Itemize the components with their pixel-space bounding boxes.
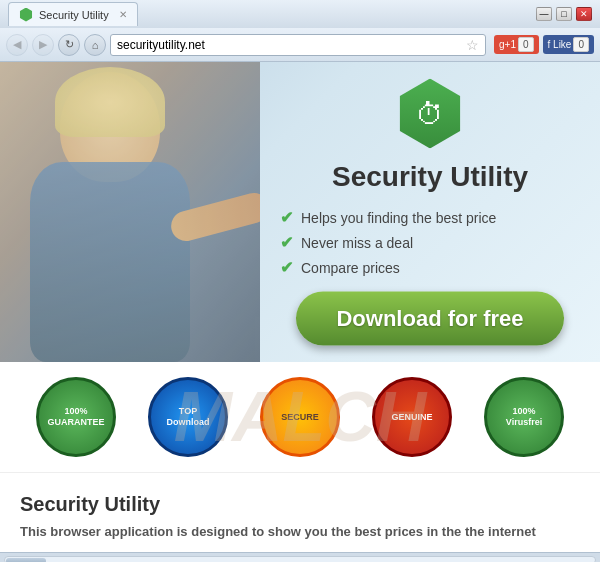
info-title: Security Utility	[20, 493, 580, 516]
url-input[interactable]	[117, 38, 462, 52]
tab-favicon	[19, 8, 33, 22]
maximize-button[interactable]: □	[556, 7, 572, 21]
info-section: Security Utility This browser applicatio…	[0, 473, 600, 552]
window-controls: — □ ✕	[536, 7, 592, 21]
badge-secure: SECURE	[260, 377, 340, 457]
info-description: This browser application is designed to …	[20, 524, 580, 539]
download-button[interactable]: Download for free	[296, 292, 563, 346]
check-icon-1: ✔	[280, 208, 293, 227]
hero-features-list: ✔ Helps you finding the best price ✔ Nev…	[280, 205, 580, 280]
gplus-button[interactable]: g+1 0	[494, 35, 539, 54]
badges-bar: 100%GUARANTEE TOPDownload SECURE GENUINE…	[0, 362, 600, 473]
refresh-button[interactable]: ↻	[58, 34, 80, 56]
feature-item-1: ✔ Helps you finding the best price	[280, 205, 580, 230]
browser-tab[interactable]: Security Utility ✕	[8, 2, 138, 26]
feature-item-2: ✔ Never miss a deal	[280, 230, 580, 255]
horizontal-scrollbar[interactable]	[0, 552, 600, 562]
home-button[interactable]: ⌂	[84, 34, 106, 56]
logo-hexagon: ⏱	[395, 79, 465, 149]
social-buttons: g+1 0 f Like 0	[494, 35, 594, 54]
tab-title: Security Utility	[39, 9, 109, 21]
feature-item-3: ✔ Compare prices	[280, 255, 580, 280]
tab-close-button[interactable]: ✕	[119, 9, 127, 20]
facebook-button[interactable]: f Like 0	[543, 35, 594, 54]
hero-logo: ⏱	[395, 79, 465, 149]
nav-bar: ◀ ▶ ↻ ⌂ ☆ g+1 0 f Like 0	[0, 28, 600, 62]
logo-icon: ⏱	[416, 97, 444, 130]
check-icon-2: ✔	[280, 233, 293, 252]
badge-top-download: TOPDownload	[148, 377, 228, 457]
check-icon-3: ✔	[280, 258, 293, 277]
forward-button[interactable]: ▶	[32, 34, 54, 56]
hero-title: Security Utility	[332, 161, 528, 193]
scroll-track	[4, 556, 596, 563]
hero-section: ⏱ Security Utility ✔ Helps you finding t…	[0, 62, 600, 362]
badge-guarantee: 100%GUARANTEE	[36, 377, 116, 457]
hero-image	[0, 62, 260, 362]
bookmark-icon[interactable]: ☆	[466, 37, 479, 53]
address-bar: ☆	[110, 34, 486, 56]
page-content: ⏱ Security Utility ✔ Helps you finding t…	[0, 62, 600, 552]
hero-right-content: ⏱ Security Utility ✔ Helps you finding t…	[280, 79, 580, 346]
browser-chrome: Security Utility ✕ — □ ✕ ◀ ▶ ↻ ⌂ ☆ g+1 0…	[0, 0, 600, 62]
close-button[interactable]: ✕	[576, 7, 592, 21]
scroll-thumb[interactable]	[6, 558, 46, 563]
minimize-button[interactable]: —	[536, 7, 552, 21]
back-button[interactable]: ◀	[6, 34, 28, 56]
badge-virusfree: 100%Virusfrei	[484, 377, 564, 457]
badge-genuine: GENUINE	[372, 377, 452, 457]
title-bar: Security Utility ✕ — □ ✕	[0, 0, 600, 28]
